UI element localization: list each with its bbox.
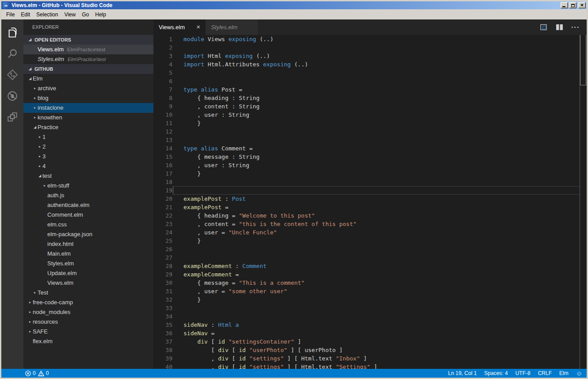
line-text: } (183, 119, 201, 127)
tree-item-3[interactable]: ▸3 (23, 152, 153, 161)
tree-item-2[interactable]: ▸2 (23, 142, 153, 152)
file-path: Elm\Practice\test (67, 45, 105, 54)
tree-item-test[interactable]: ◢test (23, 171, 153, 181)
tree-item-blog[interactable]: ▸blog (23, 93, 153, 103)
tree-item-resources[interactable]: ▸resources (23, 317, 153, 327)
tab-views.elm[interactable]: Views.elm✕ (153, 19, 206, 35)
line-number: 22 (153, 211, 172, 220)
tree-item-auth.js[interactable]: auth.js (23, 191, 153, 200)
encoding[interactable]: UTF-8 (515, 370, 531, 376)
problems-indicator[interactable]: 00 (25, 370, 49, 376)
tree-item-elm[interactable]: ◢Elm (23, 74, 153, 84)
close-button[interactable]: ✕ (578, 2, 586, 8)
github-section-header[interactable]: ◢ GITHUB (23, 64, 153, 74)
tree-item-safe[interactable]: ▸SAFE (23, 327, 153, 337)
tree-item-label: archive (38, 84, 56, 93)
tree-item-node_modules[interactable]: ▸node_modules (23, 307, 153, 317)
tree-item-practice[interactable]: ◢Practice (23, 123, 153, 132)
menu-item-go[interactable]: Go (79, 10, 92, 19)
tree-item-flex.elm[interactable]: flex.elm (23, 337, 153, 346)
line-text: } (183, 295, 201, 304)
open-editor-styles.elm[interactable]: Styles.elmElm\Practice\test (23, 54, 153, 64)
tree-item-knowthen[interactable]: ▸knowthen (23, 113, 153, 123)
line-number: 36 (153, 329, 172, 337)
minimize-button[interactable] (561, 2, 568, 8)
errors-status[interactable]: 0 (25, 370, 36, 376)
line-number: 20 (153, 195, 172, 203)
tree-item-main.elm[interactable]: Main.elm (23, 249, 153, 259)
line-text: examplePost : Post (183, 195, 246, 203)
line-text: import Html.Attributes exposing (..) (183, 60, 308, 69)
more-actions-icon[interactable]: ··· (571, 25, 580, 30)
tree-item-label: auth.js (47, 191, 64, 200)
open-editors-header[interactable]: ◢ OPEN EDITORS (23, 35, 153, 45)
editor-scrollbar[interactable] (580, 35, 587, 369)
open-editor-views.elm[interactable]: Views.elmElm\Practice\test (23, 45, 153, 54)
code-line-33: 33 (153, 304, 580, 312)
menu-item-file[interactable]: File (3, 10, 18, 19)
tree-item-free-code-camp[interactable]: ▸free-code-camp (23, 298, 153, 307)
indentation[interactable]: Spaces: 4 (484, 370, 508, 376)
line-number: 28 (153, 262, 172, 270)
tree-item-index.html[interactable]: index.html (23, 239, 153, 249)
language-mode[interactable]: Elm (559, 370, 569, 376)
line-number: 19 (153, 186, 172, 195)
explorer-icon[interactable] (1, 22, 23, 43)
code-editor[interactable]: 1module Views exposing (..)23import Html… (153, 35, 587, 369)
tree-item-elm-stuff[interactable]: ▸elm-stuff (23, 181, 153, 191)
tree-item-label: Styles.elm (47, 259, 74, 268)
maximize-button[interactable] (569, 2, 577, 8)
twistie-icon: ▸ (32, 93, 38, 103)
tree-item-authenticate.elm[interactable]: authenticate.elm (23, 200, 153, 210)
code-line-7: 7type alias Post = (153, 85, 580, 94)
line-text: { message : String (183, 153, 260, 161)
menu-bar: FileEditSelectionViewGoHelp (1, 9, 587, 19)
debug-icon[interactable] (1, 85, 23, 107)
tab-styles.elm[interactable]: Styles.elm (206, 19, 258, 35)
line-text: type alias Post = (183, 85, 242, 94)
tree-item-styles.elm[interactable]: Styles.elm (23, 259, 153, 268)
feedback-smiley-icon[interactable]: ☺ (576, 370, 582, 376)
line-number: 27 (153, 253, 172, 262)
code-line-1: 1module Views exposing (..) (153, 35, 580, 43)
menu-item-view[interactable]: View (61, 10, 79, 19)
tree-item-label: elm-stuff (47, 181, 69, 191)
tree-item-label: Practice (38, 123, 58, 132)
scrollbar-thumb[interactable] (580, 35, 586, 85)
menu-item-selection[interactable]: Selection (33, 10, 61, 19)
tree-item-comment.elm[interactable]: Comment.elm (23, 210, 153, 220)
line-number: 8 (153, 94, 172, 102)
tree-item-4[interactable]: ▸4 (23, 161, 153, 171)
line-number: 35 (153, 321, 172, 329)
extensions-icon[interactable] (1, 107, 23, 128)
eol-sequence[interactable]: CRLF (538, 370, 552, 376)
code-line-34: 34 (153, 312, 580, 321)
source-control-icon[interactable] (1, 64, 23, 85)
tree-item-elm.css[interactable]: elm.css (23, 220, 153, 230)
tree-item-label: knowthen (38, 113, 62, 123)
code-line-30: 30 { message = "This is a comment" (153, 279, 580, 287)
count: 0 (33, 370, 36, 376)
split-editor-icon[interactable] (556, 24, 563, 31)
line-text: } (183, 169, 201, 178)
tree-item-test[interactable]: ▸Test (23, 288, 153, 298)
tree-item-update.elm[interactable]: Update.elm (23, 268, 153, 278)
close-icon[interactable]: ✕ (196, 24, 200, 30)
cursor-position[interactable]: Ln 19, Col 1 (448, 370, 477, 376)
count: 0 (46, 370, 49, 376)
file-path: Elm\Practice\test (68, 54, 106, 64)
tree-item-archive[interactable]: ▸archive (23, 84, 153, 93)
tree-item-1[interactable]: ▸1 (23, 132, 153, 142)
tree-item-elm-package.json[interactable]: elm-package.json (23, 230, 153, 239)
code-line-10: 10 , user : String (153, 111, 580, 119)
tree-item-views.elm[interactable]: Views.elm (23, 278, 153, 288)
code-line-12: 12 (153, 127, 580, 136)
line-number: 13 (153, 136, 172, 144)
tree-item-instaclone[interactable]: ▸instaclone (23, 103, 153, 113)
warnings-status[interactable]: 0 (38, 370, 49, 376)
search-icon[interactable] (1, 43, 23, 64)
menu-item-help[interactable]: Help (92, 10, 109, 19)
line-text: , content : String (183, 102, 260, 111)
menu-item-edit[interactable]: Edit (18, 10, 33, 19)
open-preview-icon[interactable] (540, 23, 548, 31)
